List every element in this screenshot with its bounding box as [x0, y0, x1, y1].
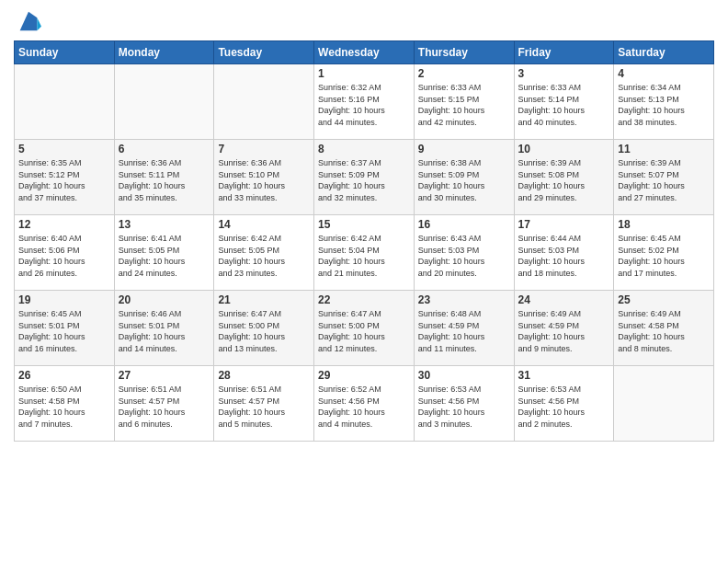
- calendar-cell: [15, 64, 115, 140]
- day-info: Sunrise: 6:32 AM Sunset: 5:16 PM Dayligh…: [318, 82, 410, 128]
- day-number: 14: [218, 218, 310, 231]
- day-number: 31: [518, 369, 610, 382]
- calendar-cell: 9Sunrise: 6:38 AM Sunset: 5:09 PM Daylig…: [414, 140, 514, 215]
- column-header-monday: Monday: [114, 41, 214, 64]
- calendar-cell: 23Sunrise: 6:48 AM Sunset: 4:59 PM Dayli…: [414, 291, 514, 366]
- logo-icon: [16, 9, 41, 35]
- calendar-cell: 3Sunrise: 6:33 AM Sunset: 5:14 PM Daylig…: [514, 64, 614, 140]
- calendar-cell: 20Sunrise: 6:46 AM Sunset: 5:01 PM Dayli…: [114, 291, 214, 366]
- day-info: Sunrise: 6:51 AM Sunset: 4:57 PM Dayligh…: [218, 384, 310, 430]
- day-info: Sunrise: 6:42 AM Sunset: 5:04 PM Dayligh…: [318, 233, 410, 279]
- calendar-cell: 1Sunrise: 6:32 AM Sunset: 5:16 PM Daylig…: [314, 64, 415, 140]
- calendar-cell: 6Sunrise: 6:36 AM Sunset: 5:11 PM Daylig…: [114, 140, 214, 215]
- day-info: Sunrise: 6:35 AM Sunset: 5:12 PM Dayligh…: [18, 157, 110, 203]
- day-info: Sunrise: 6:40 AM Sunset: 5:06 PM Dayligh…: [18, 233, 110, 279]
- day-number: 21: [218, 293, 310, 306]
- calendar-cell: 8Sunrise: 6:37 AM Sunset: 5:09 PM Daylig…: [314, 140, 415, 215]
- calendar-week-row: 12Sunrise: 6:40 AM Sunset: 5:06 PM Dayli…: [15, 215, 714, 291]
- column-header-tuesday: Tuesday: [214, 41, 314, 64]
- calendar-header-row: SundayMondayTuesdayWednesdayThursdayFrid…: [15, 41, 714, 64]
- calendar-cell: 17Sunrise: 6:44 AM Sunset: 5:03 PM Dayli…: [514, 215, 614, 291]
- calendar-cell: 25Sunrise: 6:49 AM Sunset: 4:58 PM Dayli…: [614, 291, 714, 366]
- column-header-saturday: Saturday: [614, 41, 714, 64]
- calendar-cell: 28Sunrise: 6:51 AM Sunset: 4:57 PM Dayli…: [214, 366, 314, 442]
- column-header-sunday: Sunday: [15, 41, 115, 64]
- day-number: 15: [318, 218, 410, 231]
- calendar-cell: [614, 366, 714, 442]
- day-number: 25: [618, 293, 710, 306]
- calendar-cell: 21Sunrise: 6:47 AM Sunset: 5:00 PM Dayli…: [214, 291, 314, 366]
- day-number: 23: [418, 293, 510, 306]
- day-number: 18: [618, 218, 710, 231]
- calendar-cell: 4Sunrise: 6:34 AM Sunset: 5:13 PM Daylig…: [614, 64, 714, 140]
- page-header: [14, 9, 714, 35]
- day-info: Sunrise: 6:49 AM Sunset: 4:58 PM Dayligh…: [618, 308, 710, 354]
- calendar-week-row: 19Sunrise: 6:45 AM Sunset: 5:01 PM Dayli…: [15, 291, 714, 366]
- day-number: 22: [318, 293, 410, 306]
- day-number: 28: [218, 369, 310, 382]
- calendar-cell: 15Sunrise: 6:42 AM Sunset: 5:04 PM Dayli…: [314, 215, 415, 291]
- day-number: 16: [418, 218, 510, 231]
- day-number: 10: [518, 143, 610, 155]
- calendar-cell: 13Sunrise: 6:41 AM Sunset: 5:05 PM Dayli…: [114, 215, 214, 291]
- day-number: 5: [18, 143, 110, 155]
- day-info: Sunrise: 6:45 AM Sunset: 5:01 PM Dayligh…: [18, 308, 110, 354]
- day-info: Sunrise: 6:48 AM Sunset: 4:59 PM Dayligh…: [418, 308, 510, 354]
- day-info: Sunrise: 6:53 AM Sunset: 4:56 PM Dayligh…: [518, 384, 610, 430]
- day-number: 9: [418, 143, 510, 155]
- column-header-thursday: Thursday: [414, 41, 514, 64]
- calendar-cell: 7Sunrise: 6:36 AM Sunset: 5:10 PM Daylig…: [214, 140, 314, 215]
- day-number: 27: [119, 369, 210, 382]
- calendar-cell: 31Sunrise: 6:53 AM Sunset: 4:56 PM Dayli…: [514, 366, 614, 442]
- calendar-cell: 30Sunrise: 6:53 AM Sunset: 4:56 PM Dayli…: [414, 366, 514, 442]
- calendar-cell: 14Sunrise: 6:42 AM Sunset: 5:05 PM Dayli…: [214, 215, 314, 291]
- calendar-week-row: 5Sunrise: 6:35 AM Sunset: 5:12 PM Daylig…: [15, 140, 714, 215]
- day-info: Sunrise: 6:39 AM Sunset: 5:07 PM Dayligh…: [618, 157, 710, 203]
- day-info: Sunrise: 6:47 AM Sunset: 5:00 PM Dayligh…: [318, 308, 410, 354]
- svg-marker-0: [20, 12, 38, 31]
- calendar-cell: [214, 64, 314, 140]
- day-info: Sunrise: 6:43 AM Sunset: 5:03 PM Dayligh…: [418, 233, 510, 279]
- calendar-cell: 24Sunrise: 6:49 AM Sunset: 4:59 PM Dayli…: [514, 291, 614, 366]
- day-number: 2: [418, 67, 510, 80]
- calendar-cell: 16Sunrise: 6:43 AM Sunset: 5:03 PM Dayli…: [414, 215, 514, 291]
- calendar-cell: 11Sunrise: 6:39 AM Sunset: 5:07 PM Dayli…: [614, 140, 714, 215]
- day-number: 6: [119, 143, 210, 155]
- day-number: 8: [318, 143, 410, 155]
- day-number: 20: [119, 293, 210, 306]
- day-number: 1: [318, 67, 410, 80]
- day-number: 3: [518, 67, 610, 80]
- calendar-cell: 27Sunrise: 6:51 AM Sunset: 4:57 PM Dayli…: [114, 366, 214, 442]
- day-info: Sunrise: 6:53 AM Sunset: 4:56 PM Dayligh…: [418, 384, 510, 430]
- day-info: Sunrise: 6:52 AM Sunset: 4:56 PM Dayligh…: [318, 384, 410, 430]
- day-info: Sunrise: 6:45 AM Sunset: 5:02 PM Dayligh…: [618, 233, 710, 279]
- day-number: 17: [518, 218, 610, 231]
- calendar-cell: 29Sunrise: 6:52 AM Sunset: 4:56 PM Dayli…: [314, 366, 415, 442]
- calendar-cell: 12Sunrise: 6:40 AM Sunset: 5:06 PM Dayli…: [15, 215, 115, 291]
- day-number: 29: [318, 369, 410, 382]
- day-number: 30: [418, 369, 510, 382]
- day-info: Sunrise: 6:34 AM Sunset: 5:13 PM Dayligh…: [618, 82, 710, 128]
- calendar-cell: 26Sunrise: 6:50 AM Sunset: 4:58 PM Dayli…: [15, 366, 115, 442]
- column-header-friday: Friday: [514, 41, 614, 64]
- calendar-table: SundayMondayTuesdayWednesdayThursdayFrid…: [14, 40, 714, 442]
- day-number: 7: [218, 143, 310, 155]
- column-header-wednesday: Wednesday: [314, 41, 415, 64]
- day-info: Sunrise: 6:39 AM Sunset: 5:08 PM Dayligh…: [518, 157, 610, 203]
- day-info: Sunrise: 6:33 AM Sunset: 5:15 PM Dayligh…: [418, 82, 510, 128]
- day-number: 12: [18, 218, 110, 231]
- day-info: Sunrise: 6:38 AM Sunset: 5:09 PM Dayligh…: [418, 157, 510, 203]
- day-number: 26: [18, 369, 110, 382]
- calendar-cell: 2Sunrise: 6:33 AM Sunset: 5:15 PM Daylig…: [414, 64, 514, 140]
- day-info: Sunrise: 6:47 AM Sunset: 5:00 PM Dayligh…: [218, 308, 310, 354]
- day-info: Sunrise: 6:50 AM Sunset: 4:58 PM Dayligh…: [18, 384, 110, 430]
- day-number: 4: [618, 67, 710, 80]
- calendar-cell: 10Sunrise: 6:39 AM Sunset: 5:08 PM Dayli…: [514, 140, 614, 215]
- day-info: Sunrise: 6:33 AM Sunset: 5:14 PM Dayligh…: [518, 82, 610, 128]
- day-number: 13: [119, 218, 210, 231]
- day-number: 11: [618, 143, 710, 155]
- day-info: Sunrise: 6:36 AM Sunset: 5:10 PM Dayligh…: [218, 157, 310, 203]
- day-info: Sunrise: 6:42 AM Sunset: 5:05 PM Dayligh…: [218, 233, 310, 279]
- day-info: Sunrise: 6:46 AM Sunset: 5:01 PM Dayligh…: [119, 308, 210, 354]
- calendar-cell: 22Sunrise: 6:47 AM Sunset: 5:00 PM Dayli…: [314, 291, 415, 366]
